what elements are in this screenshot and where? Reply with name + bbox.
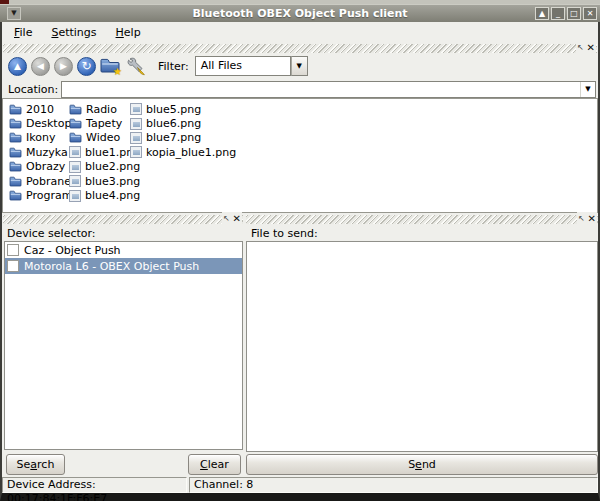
device-list[interactable]: Caz - Object Push Motorola L6 - OBEX Obj… [4, 241, 243, 450]
file-browser[interactable]: 2010 Desktop Ikony Muzyka Obrazy Pobrane… [2, 98, 598, 213]
up-arrow-icon: ▲ [14, 61, 21, 71]
status-device-address: Device Address: 00:17:84:1F:F6:E7 [2, 477, 187, 493]
filter-label: Filter: [158, 60, 189, 73]
image-file-icon [130, 118, 142, 130]
file-item-label: Desktop [26, 117, 71, 130]
clear-button[interactable]: Clear [188, 454, 241, 475]
device-row-caz[interactable]: Caz - Object Push [5, 242, 242, 258]
menu-settings[interactable]: Settings [48, 25, 99, 40]
menu-help-accel: H [116, 26, 124, 39]
file-item[interactable]: blue5.png [130, 102, 236, 116]
menu-file[interactable]: File [11, 25, 35, 40]
window-body: File Settings Help ↖ ✕ ▲ ◀ ▶ ↻ ★ [0, 22, 600, 501]
wrench-pencil-icon [126, 56, 146, 76]
dock-close-icon[interactable]: ✕ [233, 214, 241, 224]
image-file-icon [130, 132, 142, 144]
file-item-label: Muzyka [26, 146, 68, 159]
folder-icon [9, 161, 22, 172]
device-label: Motorola L6 - OBEX Object Push [24, 260, 199, 273]
device-selector-label: Device selector: [7, 227, 96, 240]
maximize-icon[interactable]: □ [567, 7, 581, 20]
file-item-label: blue2.png [85, 160, 140, 173]
device-dock-handle[interactable]: ↖ ✕ [3, 215, 243, 224]
filter-dropdown-icon[interactable]: ▼ [291, 56, 308, 76]
location-combobox: ▼ [61, 81, 596, 98]
file-item[interactable]: blue2.png [69, 160, 140, 174]
menu-settings-rest: ettings [58, 26, 96, 39]
menu-file-rest: ile [20, 26, 33, 39]
file-item-label: blue7.png [146, 131, 201, 144]
send-button-accel: e [415, 458, 422, 471]
file-item[interactable]: kopia_blue1.png [130, 145, 236, 159]
close-icon[interactable]: ✕ [583, 7, 597, 20]
titlebar[interactable]: ▼ Bluetooth OBEX Object Push client ▲ _ … [0, 4, 600, 22]
device-checkbox[interactable] [7, 244, 19, 256]
file-item-label: kopia_blue1.png [146, 146, 236, 159]
minimize-icon[interactable]: _ [551, 7, 565, 20]
folder-icon [9, 118, 22, 129]
menu-bar: File Settings Help [2, 22, 598, 42]
shade-icon[interactable]: ▲ [535, 7, 549, 20]
device-row-motorola[interactable]: Motorola L6 - OBEX Object Push [5, 258, 242, 274]
reload-icon: ↻ [81, 59, 91, 73]
search-button-pre: Se [17, 458, 31, 471]
device-label: Caz - Object Push [24, 244, 121, 257]
search-button[interactable]: Search [6, 454, 65, 475]
file-item-label: 2010 [26, 103, 54, 116]
dock-close-icon[interactable]: ✕ [588, 214, 596, 224]
dock-close-icon[interactable]: ✕ [587, 43, 595, 53]
image-file-icon [69, 190, 81, 202]
window-controls: ▲ _ □ ✕ [535, 7, 597, 20]
up-button[interactable]: ▲ [8, 57, 27, 76]
filter-combobox[interactable]: All Files ▼ [195, 56, 308, 76]
forward-arrow-icon: ▶ [60, 61, 67, 71]
dock-float-icon[interactable]: ↖ [223, 214, 230, 224]
send-button[interactable]: Send [246, 454, 598, 475]
folder-icon [9, 147, 22, 158]
send-dock-handle[interactable]: ↖ ✕ [246, 215, 598, 224]
image-file-icon [130, 103, 142, 115]
back-arrow-icon: ◀ [37, 61, 44, 71]
folder-icon [9, 104, 22, 115]
send-dock-controls: ↖ ✕ [577, 212, 597, 225]
file-item[interactable]: blue7.png [130, 131, 236, 145]
back-button[interactable]: ◀ [31, 57, 50, 76]
image-file-icon [69, 161, 81, 173]
file-to-send-area[interactable] [246, 241, 598, 452]
clear-button-rest: lear [208, 458, 229, 471]
device-checkbox[interactable] [7, 260, 19, 272]
file-item[interactable]: blue4.png [69, 188, 140, 202]
search-button-rest: rch [37, 458, 54, 471]
dock-float-icon[interactable]: ↖ [578, 214, 585, 224]
reload-button[interactable]: ↻ [77, 57, 96, 76]
file-to-send-label: File to send: [251, 227, 318, 240]
menu-help[interactable]: Help [113, 25, 144, 40]
image-file-icon [130, 146, 142, 158]
new-folder-button[interactable]: ★ [100, 56, 122, 76]
clear-button-accel: C [200, 458, 208, 471]
new-folder-star-icon: ★ [113, 67, 122, 77]
file-item[interactable]: blue6.png [130, 116, 236, 130]
folder-icon [9, 176, 22, 187]
file-item[interactable]: blue3.png [69, 174, 140, 188]
folder-icon [9, 132, 22, 143]
folder-icon [69, 104, 82, 115]
location-dropdown-icon[interactable]: ▼ [580, 82, 595, 97]
toolbar: ▲ ◀ ▶ ↻ ★ Filter: All Files ▼ [2, 53, 598, 79]
send-button-rest: nd [422, 458, 436, 471]
image-file-icon [69, 146, 81, 158]
file-item-label: Ikony [26, 131, 55, 144]
obex-client-window: ▼ Bluetooth OBEX Object Push client ▲ _ … [0, 4, 600, 501]
dock-float-icon[interactable]: ↖ [577, 43, 584, 53]
tools-button[interactable] [126, 56, 146, 76]
file-item-label: blue6.png [146, 117, 201, 130]
folder-icon [9, 190, 22, 201]
forward-button[interactable]: ▶ [54, 57, 73, 76]
file-item-label: Tapety [86, 117, 122, 130]
status-channel: Channel: 8 [189, 477, 598, 493]
device-dock-controls: ↖ ✕ [222, 212, 242, 225]
file-column-3: blue5.png blue6.png blue7.png kopia_blue… [130, 102, 236, 160]
toolbar-dock-handle[interactable]: ↖ ✕ [3, 44, 597, 53]
location-input[interactable] [62, 82, 580, 97]
file-item-label: Radio [86, 103, 117, 116]
